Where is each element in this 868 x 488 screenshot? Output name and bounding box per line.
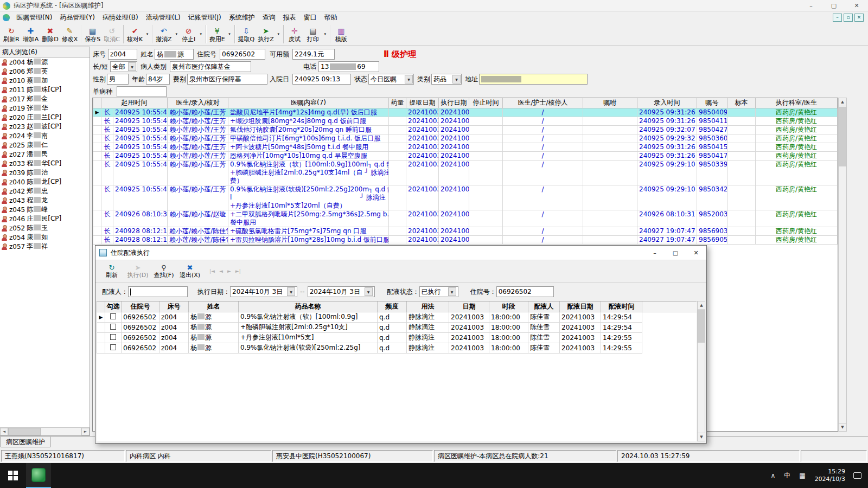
column-header[interactable]: 日期 [449, 301, 489, 312]
toolbar-button-extract[interactable]: ⇩提取Q [237, 23, 257, 45]
menu-item[interactable]: 帮助 [321, 12, 341, 23]
scrollbar-thumb[interactable] [698, 310, 705, 343]
dropdown-arrow-icon[interactable]: ▾ [227, 23, 233, 45]
order-row[interactable]: 长240925 10:55:49赖小莲/赖小莲/王芳+阿卡波糖片[50mg*48… [93, 143, 838, 151]
scroll-down-icon[interactable]: ▼ [698, 433, 705, 441]
category-select[interactable]: 药品 ▼ [431, 74, 462, 85]
order-row[interactable]: 长240928 08:12:15赖小莲/赖小莲/陈佳雪+硫酸氢氯吡格雷片[75m… [93, 227, 838, 235]
chevron-down-icon[interactable]: ▼ [287, 287, 295, 296]
order-row[interactable]: 长240925 10:55:49赖小莲/赖小莲/王芳0.9%氯化钠注射液（软）[… [93, 160, 838, 185]
patient-list-item[interactable]: z024李南 [0, 131, 90, 140]
dialog-close-button[interactable]: ✕ [686, 246, 706, 260]
column-header[interactable]: 配液时间 [601, 301, 642, 312]
column-header[interactable]: 起用时间 [101, 98, 168, 108]
dialog-inpatient-no-input[interactable]: 06926502 [496, 286, 554, 297]
toolbar-button-add[interactable]: ✚增加A [21, 23, 41, 45]
taskbar-clock[interactable]: 15:29 2024/10/3 [810, 468, 850, 483]
column-header[interactable]: 医生/护士/核停人 [503, 98, 583, 108]
notification-center-icon[interactable] [853, 472, 861, 479]
bed-input[interactable]: z004 [108, 49, 137, 60]
column-header[interactable]: 用法 [407, 301, 449, 312]
prep-row[interactable]: 06926502z004杨源+丹参注射液[10ml*5支]q.d静脉滴注2024… [97, 332, 697, 343]
patient-list-item[interactable]: z027潘民 [0, 150, 90, 159]
column-header[interactable]: 时段 [489, 301, 528, 312]
patient-list-item[interactable]: z046庄民[CP] [0, 214, 90, 223]
chevron-down-icon[interactable]: ▼ [365, 287, 373, 296]
row-checkbox[interactable] [110, 324, 116, 330]
column-header[interactable]: 住院号 [122, 301, 159, 312]
patient-list-item[interactable]: z006郑英 [0, 67, 90, 76]
menu-item[interactable]: 记账管理(J) [184, 12, 225, 23]
scrollbar-thumb[interactable] [839, 107, 846, 166]
patient-list-item[interactable]: z040陈龙[CP] [0, 177, 90, 187]
menu-item[interactable]: 药品管理(Y) [56, 12, 99, 23]
menu-item[interactable]: 查询 [259, 12, 279, 23]
column-header[interactable]: 配液日期 [560, 301, 601, 312]
dialog-button-find[interactable]: ⚲查找(F) [151, 261, 177, 281]
column-header[interactable]: 执行日期 [439, 98, 469, 108]
column-header[interactable]: 提取日期 [406, 98, 439, 108]
toolbar-button-skin-test[interactable]: ✛皮试 [285, 23, 304, 45]
minimize-button[interactable]: – [800, 0, 822, 11]
touch-keyboard-icon[interactable]: ▦ [795, 463, 809, 488]
maximize-button[interactable]: ▢ [822, 0, 845, 11]
scroll-right-icon[interactable]: ► [81, 428, 90, 435]
dropdown-arrow-icon[interactable]: ▾ [198, 23, 204, 45]
column-header[interactable]: 医嘱内容(7) [228, 98, 389, 108]
order-row[interactable]: 长240926 08:10:36赖小莲/赖小莲/赵璇+二甲双胍格列吡嗪片[250… [93, 210, 838, 227]
dialog-vertical-scrollbar[interactable]: ▲ ▼ [697, 301, 705, 441]
patient-list-item[interactable]: z057李祥 [0, 242, 90, 251]
patient-list-item[interactable]: z033程华[CP] [0, 159, 90, 168]
exec-date-from-select[interactable]: 2024年10月 3日 ▼ [230, 286, 297, 297]
column-header[interactable]: 停止时间 [469, 98, 503, 108]
long-short-select[interactable]: 全部 ▼ [110, 61, 137, 72]
column-header[interactable]: 药量 [389, 98, 406, 108]
dialog-minimize-button[interactable]: – [644, 246, 665, 260]
prep-row[interactable]: 06926502z004杨源0.9%氯化钠注射液(软袋)[250ml:2.25g… [97, 343, 697, 353]
menu-item[interactable]: 病情处理(B) [99, 12, 142, 23]
scroll-left-icon[interactable]: ◄ [0, 428, 8, 435]
phone-input[interactable]: 13 69 [318, 61, 379, 72]
row-checkbox[interactable] [110, 334, 116, 340]
column-header[interactable]: 嘱咐 [583, 98, 637, 108]
column-header[interactable]: 执行科室/医生 [756, 98, 838, 108]
toolbar-button-print[interactable]: ▤打印▾ [304, 23, 328, 45]
single-disease-input[interactable] [117, 86, 167, 97]
menu-item[interactable]: 流动管理(L) [142, 12, 184, 23]
patient-list-item[interactable]: z045陈峰 [0, 205, 90, 214]
inpatient-no-input[interactable]: 06926502 [220, 49, 265, 60]
dialog-button-refresh[interactable]: ↻刷新 [99, 261, 125, 281]
column-header[interactable]: 勾选 [105, 301, 122, 312]
toolbar-button-stop[interactable]: ⊘停止I▾ [180, 23, 204, 45]
column-header[interactable]: 标本 [727, 98, 756, 108]
chevron-down-icon[interactable]: ▼ [448, 287, 456, 296]
row-checkbox[interactable] [110, 344, 116, 350]
scroll-up-icon[interactable]: ▲ [839, 98, 846, 106]
toolbar-button-fee[interactable]: ¥费用E▾ [208, 23, 233, 45]
toolbar-button-undo[interactable]: ↶撤消Z▾ [154, 23, 180, 45]
nav-first-icon[interactable]: |◄ [209, 268, 215, 274]
column-header[interactable]: 姓名 [189, 301, 239, 312]
patient-list-item[interactable]: z010蔡加 [0, 76, 90, 85]
mdi-close-button[interactable]: ✕ [854, 14, 864, 22]
column-header[interactable]: 嘱号 [697, 98, 727, 108]
toolbar-button-execute[interactable]: ➤执行Z▾ [256, 23, 282, 45]
patient-list-item[interactable]: z017郑金 [0, 94, 90, 104]
prep-row[interactable]: ▶06926502z004杨源0.9%氯化钠注射液（软）[100ml:0.9g]… [97, 312, 697, 322]
fee-type-input[interactable]: 泉州市医疗保障基 [187, 74, 267, 85]
patient-list-item[interactable]: z039陈治 [0, 168, 90, 177]
patient-list-item[interactable]: z025康仁 [0, 140, 90, 150]
toolbar-button-cancel[interactable]: ↺取消C [102, 23, 122, 45]
nav-last-icon[interactable]: ►| [235, 268, 241, 274]
toolbar-button-template[interactable]: ▥模版 [332, 23, 350, 45]
mdi-minimize-button[interactable]: – [833, 14, 842, 22]
tab-ward-order-maintenance[interactable]: 病区医嘱维护 [1, 436, 50, 447]
patient-list-item[interactable]: z042郑忠 [0, 187, 90, 196]
patient-list-item[interactable]: z020庄兰[CP] [0, 113, 90, 122]
address-input[interactable] [479, 74, 588, 85]
patient-list-item[interactable]: z023赵波[CP] [0, 122, 90, 131]
column-header[interactable]: 频度 [378, 301, 407, 312]
dialog-button-execute[interactable]: ➤执行(D) [125, 261, 151, 281]
patient-list-item[interactable]: z019张华 [0, 104, 90, 113]
start-button[interactable] [0, 463, 26, 488]
